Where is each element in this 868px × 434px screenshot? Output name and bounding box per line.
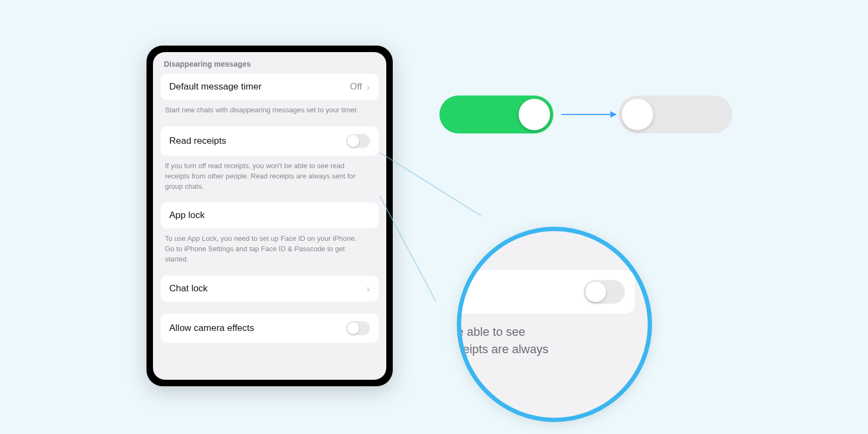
zoom-fragment-top: to [627, 234, 637, 248]
value-default-message-timer: Off [350, 81, 362, 92]
zoom-fragment-text: be able to see eceipts are always [457, 323, 548, 358]
zoom-fragment-line1: be able to see [457, 325, 525, 339]
trail-default-message-timer: Off › [350, 81, 370, 92]
zoom-lens-content: to be able to see eceipts are always [461, 231, 648, 418]
chevron-right-icon: › [366, 81, 370, 92]
spacer [161, 302, 379, 314]
toggle-knob-icon [347, 322, 359, 334]
toggle-knob-icon [347, 135, 359, 147]
row-chat-lock[interactable]: Chat lock › [161, 276, 379, 302]
zoom-fragment-line2: eceipts are always [457, 342, 548, 356]
label-read-receipts: Read receipts [169, 136, 226, 146]
zoom-row-read-receipts [457, 270, 635, 314]
illustration-toggle-on [439, 95, 553, 133]
footer-read-receipts: If you turn off read receipts, you won't… [165, 161, 360, 192]
toggle-knob-icon [519, 99, 550, 130]
row-default-message-timer[interactable]: Default message timer Off › [161, 74, 379, 100]
row-app-lock[interactable]: App lock [161, 202, 379, 228]
label-app-lock: App lock [169, 210, 205, 221]
toggle-knob-icon [622, 99, 653, 130]
label-allow-camera-effects: Allow camera effects [169, 323, 254, 334]
chevron-right-icon: › [366, 283, 370, 294]
toggle-knob-icon [585, 282, 606, 302]
settings-phone-frame: Disappearing messages Default message ti… [146, 46, 393, 386]
settings-screen: Disappearing messages Default message ti… [153, 52, 386, 380]
zoom-lens: to be able to see eceipts are always [457, 227, 652, 422]
row-read-receipts[interactable]: Read receipts [161, 126, 379, 156]
zoom-guide-line [379, 152, 481, 216]
zoom-toggle-read-receipts [584, 280, 625, 304]
toggle-read-receipts[interactable] [346, 134, 370, 148]
row-allow-camera-effects[interactable]: Allow camera effects [161, 314, 379, 343]
footer-app-lock: To use App Lock, you need to set up Face… [165, 234, 360, 265]
illustration-toggle-off [618, 95, 732, 133]
label-chat-lock: Chat lock [169, 283, 208, 294]
section-header-disappearing: Disappearing messages [164, 60, 375, 68]
arrow-right-icon [561, 114, 616, 115]
toggle-allow-camera-effects[interactable] [346, 321, 370, 335]
label-default-message-timer: Default message timer [169, 81, 261, 92]
footer-default-message-timer: Start new chats with disappearing messag… [165, 105, 360, 116]
